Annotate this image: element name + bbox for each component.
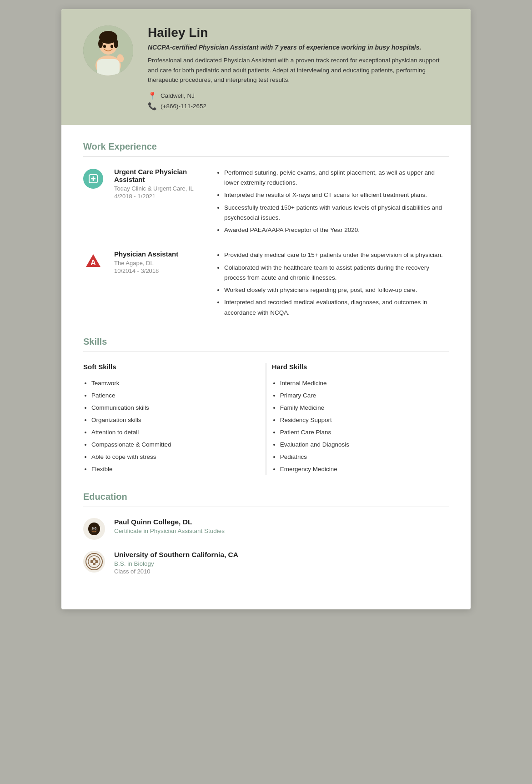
edu-icon-1 — [83, 518, 105, 540]
job-bullets-list-1: Performed suturing, pelvic exams, and sp… — [216, 168, 449, 236]
education-divider — [83, 507, 449, 507]
hard-skills-list: Internal Medicine Primary Care Family Me… — [272, 377, 438, 475]
skills-divider — [83, 352, 449, 352]
edu-entry-1: Paul Quinn College, DL Certificate in Ph… — [83, 518, 449, 540]
svg-text:A: A — [90, 259, 96, 266]
svg-point-4 — [114, 39, 118, 48]
bullet-2-2: Collaborated with the healthcare team to… — [224, 263, 449, 283]
soft-skill-4: Organization skills — [91, 414, 249, 426]
soft-skill-5: Attention to detail — [91, 426, 249, 438]
bullet-2-4: Interpreted and recorded medical evaluat… — [224, 297, 449, 318]
header-section: Hailey Lin NCCPA-certified Physician Ass… — [61, 9, 471, 125]
phone-text: (+866)-111-2652 — [161, 103, 206, 110]
skills-col-divider — [266, 363, 266, 475]
hard-skill-8: Emergency Medicine — [280, 463, 438, 475]
bullet-1-4: Awarded PAEA/AAPA Preceptor of the Year … — [224, 225, 449, 235]
soft-skills-col: Soft Skills Teamwork Patience Communicat… — [83, 363, 260, 475]
soft-skill-6: Compassionate & Committed — [91, 438, 249, 451]
edu-degree-1: Certificate in Physician Assistant Studi… — [114, 528, 225, 534]
svg-point-7 — [103, 45, 106, 48]
soft-skill-3: Communication skills — [91, 402, 249, 414]
soft-skill-1: Teamwork — [91, 377, 249, 389]
svg-point-23 — [95, 528, 96, 529]
job-bullets-2: Provided daily medical care to 15+ patie… — [216, 250, 449, 320]
hard-skill-5: Patient Care Plans — [280, 426, 438, 438]
bullet-1-3: Successfully treated 150+ patients with … — [224, 203, 449, 223]
phone-icon: 📞 — [148, 102, 157, 111]
skills-title: Skills — [83, 337, 449, 347]
job-bullets-1: Performed suturing, pelvic exams, and sp… — [216, 168, 449, 238]
job-bullets-list-2: Provided daily medical care to 15+ patie… — [216, 250, 449, 318]
hard-skill-3: Family Medicine — [280, 402, 438, 414]
svg-point-22 — [93, 528, 94, 529]
job-company-1: Today Clinic & Urgent Care, IL — [114, 185, 205, 192]
work-icon-2: A — [83, 251, 103, 271]
edu-entry-2: University of Southern California, CA B.… — [83, 551, 449, 575]
work-experience-section: Work Experience Urgent Care Physician As… — [83, 141, 449, 320]
svg-point-29 — [93, 560, 95, 563]
soft-skill-8: Flexible — [91, 463, 249, 475]
job-title-2: Physician Assistant — [114, 250, 205, 258]
candidate-name: Hailey Lin — [148, 25, 449, 40]
edu-icon-2 — [83, 551, 105, 573]
skills-section: Skills Soft Skills Teamwork Patience Com… — [83, 337, 449, 475]
header-contact: 📍 Caldwell, NJ 📞 (+866)-111-2652 — [148, 91, 449, 111]
bullet-2-3: Worked closely with physicians regarding… — [224, 285, 449, 295]
job-date-1: 4/2018 - 1/2021 — [114, 193, 205, 200]
soft-skill-2: Patience — [91, 389, 249, 402]
hard-skill-7: Pediatrics — [280, 451, 438, 463]
job-title-1: Urgent Care Physician Assistant — [114, 168, 205, 183]
header-info: Hailey Lin NCCPA-certified Physician Ass… — [148, 25, 449, 111]
edu-info-2: University of Southern California, CA B.… — [114, 551, 238, 575]
bullet-2-1: Provided daily medical care to 15+ patie… — [224, 250, 449, 260]
resume: Hailey Lin NCCPA-certified Physician Ass… — [61, 9, 471, 609]
svg-rect-6 — [97, 59, 120, 75]
location-text: Caldwell, NJ — [161, 92, 195, 99]
hard-skills-col: Hard Skills Internal Medicine Primary Ca… — [272, 363, 449, 475]
edu-degree-2: B.S. in Biology — [114, 560, 238, 567]
svg-point-3 — [98, 39, 103, 48]
skills-grid: Soft Skills Teamwork Patience Communicat… — [83, 363, 449, 475]
soft-skills-title: Soft Skills — [83, 363, 249, 371]
avatar — [83, 25, 133, 75]
header-tagline: NCCPA-certified Physician Assistant with… — [148, 44, 449, 51]
location-item: 📍 Caldwell, NJ — [148, 91, 449, 100]
edu-info-1: Paul Quinn College, DL Certificate in Ph… — [114, 518, 225, 535]
edu-school-1: Paul Quinn College, DL — [114, 518, 225, 526]
job-company-2: The Agape, DL — [114, 260, 205, 266]
location-icon: 📍 — [148, 91, 157, 100]
hard-skill-6: Evaluation and Diagnosis — [280, 438, 438, 451]
edu-school-2: University of Southern California, CA — [114, 551, 238, 559]
work-entry-2: A Physician Assistant The Agape, DL 10/2… — [83, 250, 449, 320]
soft-skills-list: Teamwork Patience Communication skills O… — [83, 377, 249, 475]
body-section: Work Experience Urgent Care Physician As… — [61, 125, 471, 609]
hard-skill-1: Internal Medicine — [280, 377, 438, 389]
job-date-2: 10/2014 - 3/2018 — [114, 267, 205, 274]
header-description: Professional and dedicated Physician Ass… — [148, 55, 449, 85]
bullet-1-1: Performed suturing, pelvic exams, and sp… — [224, 168, 449, 188]
svg-point-8 — [110, 45, 113, 48]
education-title: Education — [83, 492, 449, 502]
phone-item: 📞 (+866)-111-2652 — [148, 102, 449, 111]
avatar-wrap — [83, 25, 133, 75]
work-icon-1 — [83, 169, 103, 189]
education-section: Education — [83, 492, 449, 575]
bullet-1-2: Interpreted the results of X-rays and CT… — [224, 190, 449, 200]
soft-skill-7: Able to cope with stress — [91, 451, 249, 463]
work-divider — [83, 156, 449, 157]
work-left-1: Urgent Care Physician Assistant Today Cl… — [114, 168, 205, 238]
hard-skill-4: Residency Support — [280, 414, 438, 426]
work-entry-1: Urgent Care Physician Assistant Today Cl… — [83, 168, 449, 238]
hard-skills-title: Hard Skills — [272, 363, 438, 371]
hard-skill-2: Primary Care — [280, 389, 438, 402]
work-experience-title: Work Experience — [83, 141, 449, 152]
edu-year-2: Class of 2010 — [114, 568, 238, 575]
work-left-2: Physician Assistant The Agape, DL 10/201… — [114, 250, 205, 320]
